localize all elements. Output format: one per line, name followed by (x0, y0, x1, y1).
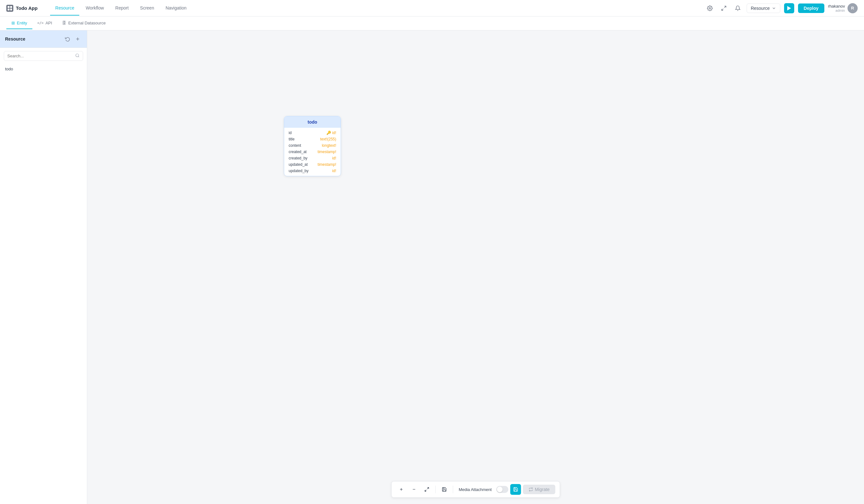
play-icon (787, 6, 791, 11)
field-name-updated-by: updated_by (289, 169, 309, 173)
zoom-in-button[interactable]: + (396, 484, 407, 495)
field-name-id: id (289, 131, 291, 135)
save-button[interactable] (510, 484, 521, 495)
datasource-tab-label: External Datasource (68, 21, 106, 25)
datasource-tab-icon: 🗄 (62, 21, 66, 25)
migrate-icon (528, 487, 533, 492)
avatar[interactable]: R (848, 3, 857, 13)
entity-card-body: id 🔑 id! title text!(255) content longte… (284, 128, 341, 176)
field-type-updated-by: id! (332, 169, 336, 173)
field-row-content: content longtext! (284, 142, 341, 149)
save-icon (442, 487, 447, 492)
nav-tab-report[interactable]: Report (110, 1, 134, 15)
svg-marker-8 (787, 6, 791, 11)
sidebar-header: Resource (0, 30, 87, 48)
history-button[interactable] (63, 35, 72, 43)
api-tab-label: API (45, 21, 52, 25)
svg-rect-2 (10, 6, 12, 8)
tab-entity[interactable]: ⊞ Entity (7, 17, 32, 29)
svg-point-5 (709, 7, 711, 9)
fullscreen-icon[interactable] (719, 3, 729, 13)
user-role: admin (828, 9, 845, 12)
svg-line-7 (722, 9, 723, 10)
app-logo: Todo App (7, 5, 37, 12)
notification-icon[interactable] (733, 3, 743, 13)
field-name-updated-at: updated_at (289, 162, 308, 167)
resource-dropdown-label: Resource (751, 6, 770, 11)
field-row-title: title text!(255) (284, 136, 341, 142)
field-type-id: 🔑 id! (326, 131, 336, 135)
toolbar-divider-2 (453, 485, 453, 493)
sidebar-title: Resource (5, 36, 25, 41)
settings-icon[interactable] (705, 3, 715, 13)
svg-line-14 (425, 490, 426, 491)
api-tab-icon: </> (37, 21, 44, 25)
svg-line-12 (79, 57, 79, 57)
entity-card-header: todo (284, 116, 341, 128)
search-input[interactable] (7, 51, 75, 61)
svg-line-13 (427, 488, 429, 489)
app-name: Todo App (16, 5, 37, 11)
top-nav: Todo App Resource Workflow Report Screen… (0, 0, 864, 16)
field-type-created-at: timestamp! (317, 150, 336, 154)
entity-card-todo[interactable]: todo id 🔑 id! title text!(255) content l… (284, 116, 341, 176)
svg-rect-3 (8, 9, 10, 11)
chevron-down-icon (772, 6, 776, 11)
svg-rect-1 (8, 6, 10, 8)
user-info: rhakanov admin (828, 4, 845, 12)
save-btn-icon (513, 487, 518, 492)
sidebar: Resource (0, 30, 87, 504)
svg-rect-0 (7, 5, 13, 12)
nav-tabs: Resource Workflow Report Screen Navigati… (50, 1, 705, 15)
sidebar-item-todo-label: todo (5, 66, 13, 71)
migrate-button[interactable]: Migrate (523, 485, 555, 494)
canvas: todo id 🔑 id! title text!(255) content l… (87, 30, 864, 504)
field-type-created-by: id! (332, 156, 336, 160)
field-row-id: id 🔑 id! (284, 130, 341, 136)
save-icon-button[interactable] (439, 484, 449, 495)
field-name-content: content (289, 143, 301, 148)
svg-point-11 (76, 54, 79, 57)
nav-tab-resource[interactable]: Resource (50, 1, 79, 15)
toolbar-divider-1 (435, 485, 435, 493)
fit-button[interactable] (421, 484, 432, 495)
field-row-created-by: created_by id! (284, 155, 341, 161)
nav-tab-navigation[interactable]: Navigation (160, 1, 192, 15)
user-name: rhakanov (828, 4, 845, 9)
field-type-title: text!(255) (320, 137, 336, 142)
sidebar-actions (63, 35, 82, 43)
field-row-updated-by: updated_by id! (284, 168, 341, 174)
field-type-updated-at: timestamp! (317, 162, 336, 167)
field-name-created-at: created_at (289, 150, 307, 154)
media-toggle[interactable] (496, 486, 508, 493)
entity-card-name: todo (308, 120, 317, 125)
svg-line-6 (724, 6, 726, 8)
tab-external-datasource[interactable]: 🗄 External Datasource (57, 17, 111, 29)
field-row-updated-at: updated_at timestamp! (284, 161, 341, 168)
search-icon (75, 53, 80, 59)
tab-api[interactable]: </> API (32, 17, 57, 29)
sub-nav: ⊞ Entity </> API 🗄 External Datasource (0, 16, 864, 30)
field-name-created-by: created_by (289, 156, 307, 160)
plus-icon (75, 36, 80, 41)
media-attachment-label: Media Attachment (459, 487, 492, 492)
deploy-button[interactable]: Deploy (798, 3, 824, 13)
field-name-title: title (289, 137, 295, 142)
entity-tab-icon: ⊞ (11, 21, 15, 25)
user-section: rhakanov admin R (828, 3, 857, 13)
add-entity-button[interactable] (74, 35, 82, 43)
zoom-out-button[interactable]: − (409, 484, 419, 495)
svg-rect-4 (10, 9, 12, 11)
sidebar-item-todo[interactable]: todo (0, 64, 87, 74)
resource-dropdown[interactable]: Resource (747, 3, 780, 13)
app-logo-icon (7, 5, 13, 12)
nav-tab-screen[interactable]: Screen (135, 1, 159, 15)
history-icon (65, 36, 70, 41)
bottom-toolbar: + − Media Attachment (391, 481, 560, 497)
toggle-knob (497, 487, 502, 492)
main-layout: Resource (0, 30, 864, 504)
migrate-label: Migrate (535, 487, 550, 492)
play-button[interactable] (784, 3, 794, 13)
nav-tab-workflow[interactable]: Workflow (81, 1, 109, 15)
entity-tab-label: Entity (17, 21, 27, 25)
